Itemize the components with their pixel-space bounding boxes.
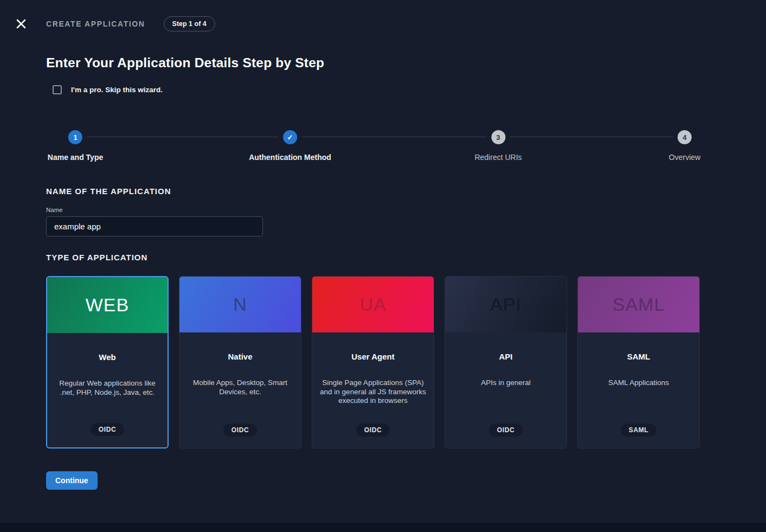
card-user-agent-description: Single Page Applications (SPA) and in ge…	[319, 379, 427, 406]
card-native-header: N	[179, 277, 301, 332]
step-3-label: Redirect URIs	[474, 153, 522, 162]
close-icon	[16, 18, 27, 29]
application-type-cards: WEB Web Regular Web applications like .n…	[46, 276, 701, 448]
step-2-label: Authentication Method	[249, 153, 331, 162]
wizard-title: CREATE APPLICATION	[46, 20, 145, 28]
card-saml-description: SAML Applications	[608, 379, 669, 388]
name-field-label: Name	[46, 207, 701, 213]
step-1-circle: 1	[68, 130, 82, 144]
card-native-body: Native Mobile Apps, Desktop, Smart Devic…	[179, 332, 301, 448]
card-user-agent-header: UA	[312, 277, 434, 332]
name-section: NAME OF THE APPLICATION Name	[46, 187, 701, 236]
step-name-and-type[interactable]: 1 Name and Type	[48, 130, 103, 162]
stepper: 1 Name and Type ✓ Authentication Method …	[46, 130, 701, 162]
page-title: Enter Your Application Details Step by S…	[46, 55, 701, 70]
page-bottom-edge	[0, 523, 766, 532]
step-redirect-uris[interactable]: 3 Redirect URIs	[474, 130, 522, 162]
card-web-header: WEB	[47, 277, 168, 333]
card-saml-title: SAML	[627, 352, 651, 361]
card-native-monogram: N	[233, 294, 247, 315]
card-user-agent-protocol-badge: OIDC	[356, 424, 390, 437]
card-user-agent-body: User Agent Single Page Applications (SPA…	[312, 332, 434, 448]
name-section-heading: NAME OF THE APPLICATION	[46, 187, 701, 196]
card-user-agent-monogram: UA	[359, 294, 386, 315]
card-user-agent-title: User Agent	[351, 352, 394, 361]
step-progress-badge: Step 1 of 4	[164, 16, 215, 31]
card-web-protocol-badge: OIDC	[91, 423, 124, 436]
card-saml-body: SAML SAML Applications SAML	[578, 332, 699, 448]
card-native[interactable]: N Native Mobile Apps, Desktop, Smart Dev…	[179, 276, 301, 448]
card-web-body: Web Regular Web applications like .net, …	[47, 333, 168, 447]
card-native-protocol-badge: OIDC	[223, 424, 257, 437]
card-api[interactable]: API API APIs in general OIDC	[445, 276, 567, 448]
step-1-label: Name and Type	[48, 153, 103, 162]
card-api-title: API	[499, 352, 512, 361]
step-4-circle: 4	[678, 130, 692, 144]
step-2-check-icon: ✓	[283, 130, 297, 144]
skip-wizard-option[interactable]: I'm a pro. Skip this wizard.	[53, 85, 163, 94]
card-native-title: Native	[228, 352, 252, 361]
step-overview[interactable]: 4 Overview	[669, 130, 700, 162]
wizard-topbar: CREATE APPLICATION Step 1 of 4	[0, 0, 766, 31]
card-saml-monogram: SAML	[613, 294, 665, 315]
close-button[interactable]	[15, 17, 28, 30]
step-4-label: Overview	[669, 153, 700, 162]
card-saml-header: SAML	[578, 277, 699, 332]
skip-wizard-checkbox[interactable]	[53, 85, 62, 94]
card-native-description: Mobile Apps, Desktop, Smart Devices, etc…	[186, 379, 294, 396]
card-web-monogram: WEB	[86, 294, 129, 316]
type-section: TYPE OF APPLICATION WEB Web Regular Web …	[46, 253, 701, 448]
card-web[interactable]: WEB Web Regular Web applications like .n…	[46, 276, 169, 448]
skip-wizard-label: I'm a pro. Skip this wizard.	[71, 86, 163, 94]
card-saml-protocol-badge: SAML	[621, 424, 656, 437]
card-api-header: API	[445, 277, 567, 332]
application-name-input[interactable]	[46, 216, 263, 236]
card-api-protocol-badge: OIDC	[489, 424, 523, 437]
step-authentication-method[interactable]: ✓ Authentication Method	[249, 130, 331, 162]
type-section-heading: TYPE OF APPLICATION	[46, 253, 701, 262]
card-api-body: API APIs in general OIDC	[445, 332, 567, 448]
card-api-description: APIs in general	[481, 379, 531, 388]
step-3-circle: 3	[491, 130, 505, 144]
card-saml[interactable]: SAML SAML SAML Applications SAML	[577, 276, 700, 448]
card-api-monogram: API	[490, 294, 522, 315]
card-web-description: Regular Web applications like .net, PHP,…	[54, 379, 160, 397]
continue-button[interactable]: Continue	[46, 471, 98, 490]
card-user-agent[interactable]: UA User Agent Single Page Applications (…	[312, 276, 434, 448]
card-web-title: Web	[99, 352, 115, 362]
stepper-connector	[510, 137, 673, 137]
